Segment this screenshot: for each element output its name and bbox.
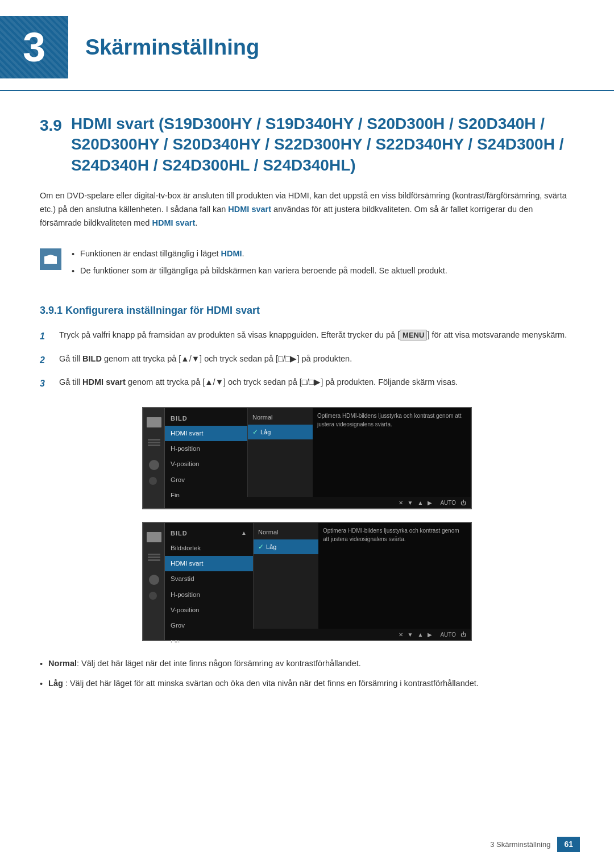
submenu-lag-1: ✓ Låg: [248, 425, 313, 439]
step-3: 3 Gå till HDMI svart genom att trycka på…: [40, 376, 574, 391]
info-panel-1: Optimera HDMI-bildens ljusstyrka och kon…: [313, 408, 471, 508]
menu-item-svarstid: Svarstid: [165, 571, 253, 587]
screenshots-container: BILD HDMI svart H-position V-position Gr…: [40, 407, 574, 641]
menu-panel-2: BILD▲ Bildstorlek HDMI svart Svarstid H-…: [165, 523, 253, 640]
chapter-header: 3 Skärminställning: [0, 0, 614, 91]
submenu-lag-2: ✓ Låg: [254, 539, 318, 554]
page-footer: 3 Skärminställning 61: [490, 837, 580, 852]
footer-chapter-label: 3 Skärminställning: [490, 839, 550, 850]
content-area: 3.9 HDMI svart (S19D300HY / S19D340HY / …: [0, 114, 614, 742]
submenu-normal-2: Normal: [254, 525, 318, 539]
screen2-wrapper: BILD▲ Bildstorlek HDMI svart Svarstid H-…: [142, 522, 472, 641]
btn-up-2: ▲: [417, 630, 423, 639]
menu-header-2: BILD▲: [165, 526, 253, 541]
sidebar-icon-info: [149, 477, 157, 485]
menu-panel-1: BILD HDMI svart H-position V-position Gr…: [165, 408, 247, 508]
info-panel-2: Optimera HDMI-bildens ljusstyrka och kon…: [318, 523, 471, 640]
bullet-lag: Låg : Välj det här läget för att minska …: [40, 677, 574, 691]
btn-enter: ▶: [428, 499, 432, 507]
btn-auto-2: AUTO: [440, 630, 456, 639]
screen1: BILD HDMI svart H-position V-position Gr…: [142, 407, 472, 509]
btn-down: ▼: [408, 499, 413, 507]
sidebar-icon-monitor-2: [147, 532, 161, 542]
monitor-bottom-1: ✕ ▼ ▲ ▶ AUTO ⏻: [165, 497, 471, 508]
monitor-bottom-2: ✕ ▼ ▲ ▶ AUTO ⏻: [165, 629, 471, 640]
sidebar-icon-lines: [148, 439, 160, 441]
sidebar-icon-info-2: [149, 592, 157, 600]
btn-x-2: ✕: [399, 630, 403, 639]
step-2: 2 Gå till BILD genom att trycka på [▲/▼]…: [40, 352, 574, 368]
section-heading: 3.9 HDMI svart (S19D300HY / S19D340HY / …: [40, 114, 574, 176]
step-1: 1 Tryck på valfri knapp på framsidan av …: [40, 329, 574, 344]
chapter-number: 3: [0, 16, 68, 78]
sidebar-icon-monitor: [147, 417, 161, 427]
note-box: Funktionen är endast tillgänglig i läget…: [40, 242, 574, 287]
submenu-panel-1: Normal ✓ Låg: [247, 408, 313, 508]
monitor-main-1: BILD HDMI svart H-position V-position Gr…: [165, 408, 471, 508]
monitor-main-2: BILD▲ Bildstorlek HDMI svart Svarstid H-…: [165, 523, 471, 640]
bullet-normal: Normal: Välj det här läget när det inte …: [40, 657, 574, 671]
menu-item-vpos: V-position: [165, 456, 247, 472]
btn-x: ✕: [399, 499, 403, 507]
section-title: HDMI svart (S19D300HY / S19D340HY / S20D…: [71, 114, 574, 176]
btn-enter-2: ▶: [428, 630, 432, 639]
body-paragraph: Om en DVD-spelare eller digital-tv-box ä…: [40, 189, 574, 230]
menu-item-hdmi: HDMI svart: [165, 426, 247, 441]
section-number: 3.9: [40, 114, 62, 138]
menu-item-vpos-2: V-position: [165, 603, 253, 618]
note-bullet-1: Funktionen är endast tillgänglig i läget…: [72, 247, 574, 261]
screen1-wrapper: BILD HDMI svart H-position V-position Gr…: [142, 407, 472, 509]
menu-item-hdmi-2: HDMI svart: [165, 556, 253, 571]
sidebar-icon-settings-2: [149, 575, 159, 585]
chapter-title: Skärminställning: [85, 31, 259, 64]
monitor-sidebar-2: [143, 523, 165, 640]
btn-auto: AUTO: [440, 499, 456, 507]
screen2: BILD▲ Bildstorlek HDMI svart Svarstid H-…: [142, 522, 472, 641]
footer-page-number: 61: [557, 837, 580, 852]
menu-item-bildstorlek: Bildstorlek: [165, 541, 253, 556]
btn-power: ⏻: [460, 499, 466, 507]
sidebar-icon-settings: [149, 460, 159, 470]
note-icon-inner: [44, 255, 57, 264]
btn-power-2: ⏻: [460, 630, 466, 639]
submenu-normal-1: Normal: [248, 410, 313, 425]
note-icon: [40, 248, 61, 270]
menu-item-hpos-2: H-position: [165, 587, 253, 603]
btn-down-2: ▼: [408, 630, 413, 639]
submenu-panel-2: Normal ✓ Låg: [253, 523, 318, 640]
subsection-heading: 3.9.1 Konfigurera inställningar för HDMI…: [40, 303, 574, 318]
note-content: Funktionen är endast tillgänglig i läget…: [72, 247, 574, 281]
menu-item-grov: Grov: [165, 472, 247, 488]
btn-up: ▲: [417, 499, 423, 507]
menu-header-1: BILD: [165, 412, 247, 426]
monitor-sidebar-1: [143, 408, 165, 508]
steps-list: 1 Tryck på valfri knapp på framsidan av …: [40, 329, 574, 391]
note-bullet-2: De funktioner som är tillgängliga på bil…: [72, 264, 574, 278]
sidebar-icon-lines-2: [148, 554, 160, 555]
bullet-list: Normal: Välj det här läget när det inte …: [40, 657, 574, 691]
menu-item-hpos: H-position: [165, 441, 247, 456]
